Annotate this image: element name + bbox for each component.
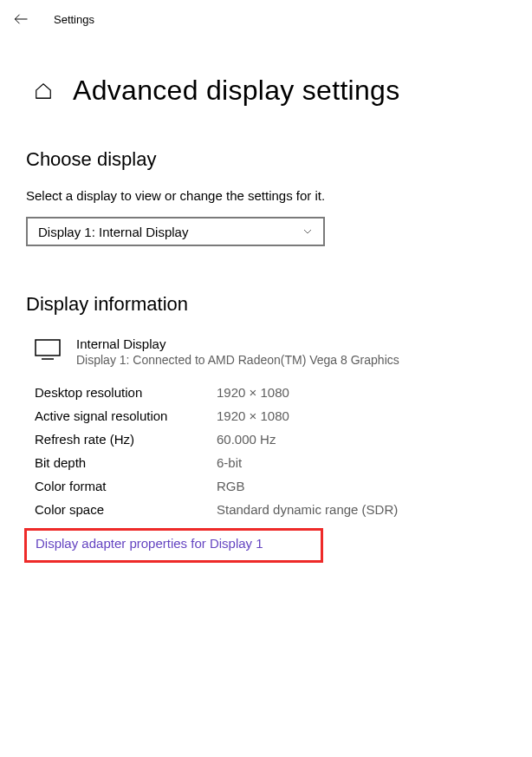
display-select[interactable]: Display 1: Internal Display: [26, 217, 325, 246]
home-button[interactable]: [33, 81, 54, 101]
back-button[interactable]: [12, 10, 29, 28]
info-label: Active signal resolution: [35, 408, 217, 423]
home-icon: [34, 82, 53, 101]
info-label: Bit depth: [35, 455, 217, 470]
info-row: Color format RGB: [35, 474, 506, 498]
info-row: Bit depth 6-bit: [35, 451, 506, 474]
page-title: Advanced display settings: [73, 75, 400, 107]
display-name: Internal Display: [76, 336, 399, 351]
display-connected-text: Display 1: Connected to AMD Radeon(TM) V…: [76, 353, 399, 367]
info-row: Active signal resolution 1920 × 1080: [35, 404, 506, 427]
title-row: Advanced display settings: [26, 75, 506, 107]
content-area: Advanced display settings Choose display…: [0, 38, 532, 563]
svg-rect-2: [36, 340, 60, 356]
info-value: 1920 × 1080: [217, 408, 289, 423]
info-label: Refresh rate (Hz): [35, 432, 217, 447]
info-row: Refresh rate (Hz) 60.000 Hz: [35, 427, 506, 451]
header-bar: Settings: [0, 0, 532, 38]
adapter-link-highlight: Display adapter properties for Display 1: [24, 528, 323, 563]
info-value: 60.000 Hz: [217, 432, 276, 447]
info-label: Color format: [35, 479, 217, 493]
display-adapter-properties-link[interactable]: Display adapter properties for Display 1: [36, 536, 263, 551]
info-value: RGB: [217, 479, 245, 493]
choose-display-heading: Choose display: [26, 148, 506, 171]
display-info-heading: Display information: [26, 293, 506, 316]
back-arrow-icon: [13, 11, 29, 27]
display-select-value: Display 1: Internal Display: [38, 225, 188, 239]
choose-display-instruction: Select a display to view or change the s…: [26, 188, 506, 203]
info-row: Desktop resolution 1920 × 1080: [35, 381, 506, 404]
info-label: Desktop resolution: [35, 385, 217, 400]
info-value: 1920 × 1080: [217, 385, 289, 400]
info-label: Color space: [35, 502, 217, 517]
monitor-icon: [35, 338, 61, 364]
info-value: 6-bit: [217, 455, 242, 470]
chevron-down-icon: [302, 226, 313, 237]
info-row: Color space Standard dynamic range (SDR): [35, 498, 506, 521]
display-summary: Internal Display Display 1: Connected to…: [26, 336, 506, 367]
info-value: Standard dynamic range (SDR): [217, 502, 398, 517]
display-info-grid: Desktop resolution 1920 × 1080 Active si…: [26, 381, 506, 521]
header-title: Settings: [54, 13, 94, 26]
